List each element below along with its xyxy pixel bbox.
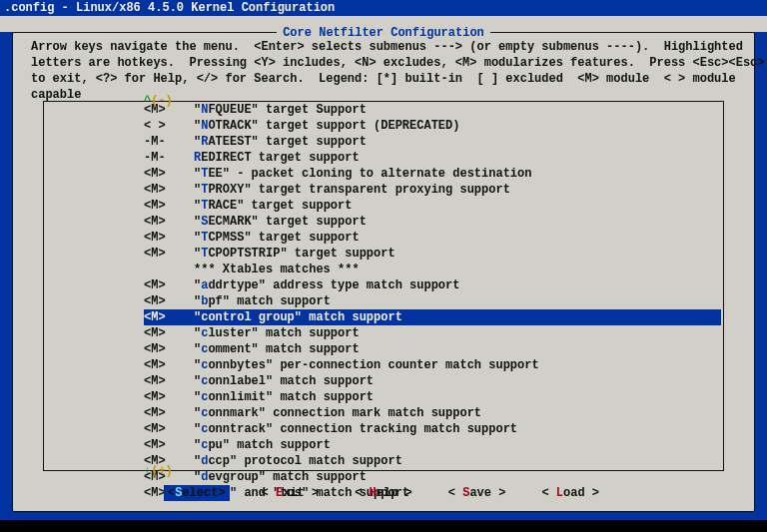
menu-item-label: "TEE" - packet cloning to alternate dest… xyxy=(194,166,721,182)
help-line: letters are hotkeys. Pressing <Y> includ… xyxy=(31,55,736,71)
scroll-indicator-top: ^(-) xyxy=(144,93,173,109)
button-row: <Select>< Exit >< Help >< Save >< Load > xyxy=(13,485,754,501)
menu-item-label: "bpf" match support xyxy=(194,293,721,309)
dialog-button[interactable]: <Select> xyxy=(164,485,230,501)
button-hotkey: H xyxy=(370,486,377,500)
menu-item[interactable]: <M>"TEE" - packet cloning to alternate d… xyxy=(46,166,721,182)
arrow-down-icon: (+) xyxy=(151,464,173,478)
menu-item[interactable]: <M>"TPROXY" target transparent proxying … xyxy=(46,182,721,198)
menu-list-frame: ^(-) <M>"NFQUEUE" target Support< >"NOTR… xyxy=(43,101,724,471)
menu-item-label: "comment" match support xyxy=(194,341,721,357)
help-line: Arrow keys navigate the menu. <Enter> se… xyxy=(31,39,736,55)
menu-item-label: "NFQUEUE" target Support xyxy=(194,102,721,118)
scroll-indicator-bottom: ↓(+) xyxy=(144,463,173,479)
menu-item-state: <M> xyxy=(144,166,194,182)
dialog-title-row: Core Netfilter Configuration xyxy=(13,25,754,41)
menu-item[interactable]: <M>"TCPOPTSTRIP" target support xyxy=(46,246,721,262)
menu-item-label: "connlimit" match support xyxy=(194,389,721,405)
menu-item[interactable]: <M>"control group" match support xyxy=(46,309,721,325)
menu-item-label: "connlabel" match support xyxy=(194,373,721,389)
menu-item-label: "RATEEST" target support xyxy=(194,134,721,150)
menu-item[interactable]: < >"NOTRACK" target support (DEPRECATED) xyxy=(46,118,721,134)
menu-item-label: "cpu" match support xyxy=(194,437,721,453)
menu-item-state: <M> xyxy=(144,198,194,214)
menu-item[interactable]: <M>"connmark" connection mark match supp… xyxy=(46,405,721,421)
dialog-button[interactable]: < Help > xyxy=(351,485,416,501)
menu-item-label: "addrtype" address type match support xyxy=(194,277,721,293)
menu-item[interactable]: <M>"cluster" match support xyxy=(46,325,721,341)
menu-item-state: <M> xyxy=(144,341,194,357)
menu-list[interactable]: <M>"NFQUEUE" target Support< >"NOTRACK" … xyxy=(44,102,723,501)
menu-item-label: "SECMARK" target support xyxy=(194,214,721,230)
menu-item[interactable]: <M>"addrtype" address type match support xyxy=(46,277,721,293)
menu-item-label: REDIRECT target support xyxy=(194,150,721,166)
menu-item-label: "conntrack" connection tracking match su… xyxy=(194,421,721,437)
button-hotkey: L xyxy=(556,486,563,500)
menu-item-state xyxy=(144,262,194,277)
menu-item-state: <M> xyxy=(144,389,194,405)
menu-item-label: "NOTRACK" target support (DEPRECATED) xyxy=(194,118,721,134)
title-bar: .config - Linux/x86 4.5.0 Kernel Configu… xyxy=(0,0,767,16)
menu-item-state: <M> xyxy=(144,421,194,437)
dialog-button[interactable]: < Load > xyxy=(537,485,603,501)
terminal-window: .config - Linux/x86 4.5.0 Kernel Configu… xyxy=(0,0,767,532)
menu-item[interactable]: <M>"TRACE" target support xyxy=(46,198,721,214)
menu-item-label: "connmark" connection mark match support xyxy=(194,405,721,421)
menu-item-state: <M> xyxy=(144,293,194,309)
menu-item-state: <M> xyxy=(144,246,194,262)
menu-item[interactable]: <M>"SECMARK" target support xyxy=(46,214,721,230)
dialog: Core Netfilter Configuration Arrow keys … xyxy=(12,32,755,512)
arrow-up-icon: (-) xyxy=(151,94,173,108)
menu-item-label: "devgroup" match support xyxy=(194,469,721,485)
help-text: Arrow keys navigate the menu. <Enter> se… xyxy=(13,33,754,107)
menu-item-label: "cluster" match support xyxy=(194,325,721,341)
menu-item-label: "dccp" protocol match support xyxy=(194,453,721,469)
dialog-button[interactable]: < Save > xyxy=(444,485,510,501)
menu-item-label: "TCPMSS" target support xyxy=(194,230,721,246)
menu-item[interactable]: <M>"connlimit" match support xyxy=(46,389,721,405)
menu-item-state: <M> xyxy=(144,182,194,198)
menu-item[interactable]: <M>"connbytes" per-connection counter ma… xyxy=(46,357,721,373)
menu-item-state: <M> xyxy=(144,325,194,341)
menu-item[interactable]: <M>"bpf" match support xyxy=(46,293,721,309)
menu-item-state: <M> xyxy=(144,437,194,453)
menu-item-state: <M> xyxy=(144,277,194,293)
dialog-title: Core Netfilter Configuration xyxy=(277,25,490,41)
help-line: to exit, <?> for Help, </> for Search. L… xyxy=(31,71,736,87)
menu-item-label: "TPROXY" target transparent proxying sup… xyxy=(194,182,721,198)
menu-item-state: < > xyxy=(144,118,194,134)
menu-item-state: <M> xyxy=(144,405,194,421)
menu-item-state: <M> xyxy=(144,373,194,389)
menu-item-label: "connbytes" per-connection counter match… xyxy=(194,357,721,373)
bottom-gap xyxy=(0,520,767,532)
menu-item[interactable]: <M>"TCPMSS" target support xyxy=(46,230,721,246)
menu-item-state: <M> xyxy=(144,214,194,230)
menu-item[interactable]: -M-"RATEEST" target support xyxy=(46,134,721,150)
menu-item[interactable]: <M>"cpu" match support xyxy=(46,437,721,453)
menu-item[interactable]: <M>"comment" match support xyxy=(46,341,721,357)
menu-item-state: <M> xyxy=(144,230,194,246)
menu-item[interactable]: *** Xtables matches *** xyxy=(46,262,721,277)
dialog-button[interactable]: < Exit > xyxy=(258,485,324,501)
menu-item-label: "TCPOPTSTRIP" target support xyxy=(194,246,721,262)
menu-item-state: <M> xyxy=(144,309,194,325)
menu-item-label: "control group" match support xyxy=(194,309,721,325)
menu-item[interactable]: -M-REDIRECT target support xyxy=(46,150,721,166)
menu-item-label: *** Xtables matches *** xyxy=(194,262,721,277)
menu-item-state: <M> xyxy=(144,357,194,373)
menu-item-state: -M- xyxy=(144,150,194,166)
menu-item-label: "TRACE" target support xyxy=(194,198,721,214)
menu-item[interactable]: <M>"conntrack" connection tracking match… xyxy=(46,421,721,437)
menu-item[interactable]: <M>"connlabel" match support xyxy=(46,373,721,389)
menu-item-state: -M- xyxy=(144,134,194,150)
